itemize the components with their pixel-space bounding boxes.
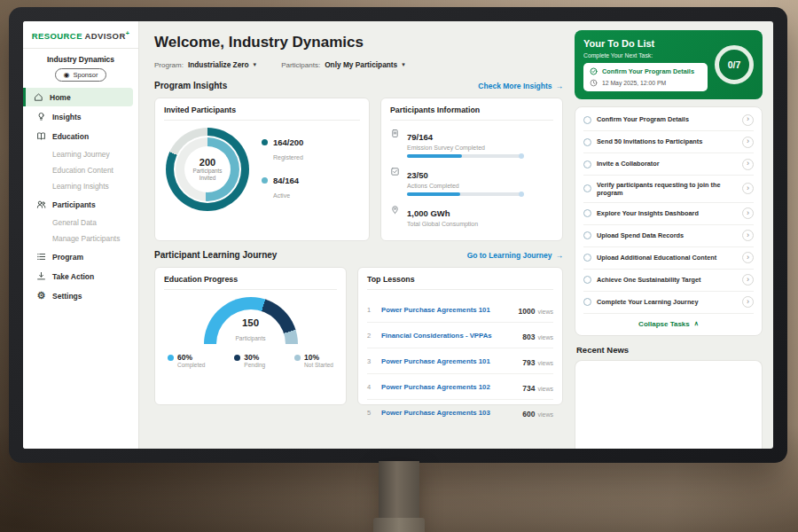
- collapse-tasks-button[interactable]: Collapse Tasks ∧: [583, 314, 754, 333]
- org-name: Industry Dynamics: [23, 55, 138, 64]
- task-checkbox[interactable]: [583, 184, 591, 192]
- sponsor-badge[interactable]: ◉ Sponsor: [55, 68, 107, 82]
- todo-progress-ring: 0/7: [715, 45, 754, 84]
- program-select-label: Program:: [154, 61, 184, 69]
- lesson-link[interactable]: Financial Considerations - VPPAs: [381, 332, 515, 340]
- learning-cards-row: Education Progress 150 Participants 60%: [154, 267, 563, 405]
- page-title: Welcome, Industry Dynamics: [154, 34, 563, 51]
- sidebar-item-take-action[interactable]: Take Action: [23, 267, 133, 286]
- clipboard-icon: [390, 129, 400, 138]
- todo-item[interactable]: Upload Spend Data Records ›: [583, 225, 754, 247]
- sidebar: RESOURCE ADVISOR+ Industry Dynamics ◉ Sp…: [23, 21, 139, 449]
- sidebar-item-participants[interactable]: Participants: [23, 195, 133, 214]
- sidebar-item-label: Participants: [52, 200, 96, 209]
- check-more-insights-link[interactable]: Check More Insights →: [478, 82, 563, 90]
- logo-resource: RESOURCE: [32, 31, 82, 41]
- lesson-row: 1 Power Purchase Agreements 101 1000view…: [367, 297, 553, 323]
- chevron-up-icon: ∧: [694, 320, 699, 327]
- todo-item[interactable]: Confirm Your Program Details ›: [583, 109, 754, 131]
- task-checkbox[interactable]: [583, 231, 591, 239]
- card-title: Invited Participants: [164, 106, 360, 121]
- book-icon: [36, 131, 46, 141]
- sidebar-item-label: Insights: [52, 113, 82, 121]
- actions-completed-progress-bar: [407, 192, 522, 196]
- legend-completed: 60% Completed: [168, 353, 205, 368]
- divider: [23, 48, 138, 49]
- lesson-link[interactable]: Power Purchase Agreements 102: [381, 383, 515, 391]
- filter-bar: Program: Industrialize Zero ▾ Participan…: [154, 60, 563, 69]
- check-circle-icon: [590, 67, 598, 75]
- program-insights-header: Program Insights Check More Insights →: [154, 81, 563, 90]
- app-logo: RESOURCE ADVISOR+: [23, 30, 138, 41]
- chevron-right-icon[interactable]: ›: [742, 137, 754, 148]
- monitor-stand: [379, 461, 419, 532]
- sponsor-icon: ◉: [64, 72, 70, 79]
- gauge-center: 150 Participants: [204, 318, 298, 345]
- sidebar-item-education-content[interactable]: Education Content: [23, 162, 138, 178]
- todo-item[interactable]: Invite a Collaborator ›: [583, 153, 754, 176]
- sidebar-item-label: Education: [52, 132, 89, 141]
- todo-item[interactable]: Upload Additional Educational Content ›: [583, 247, 754, 270]
- donut-legend: 164/200 Registered 84/164 Active: [262, 137, 303, 202]
- arrow-right-icon: →: [556, 82, 564, 90]
- task-checkbox[interactable]: [583, 209, 591, 217]
- sidebar-item-learning-insights[interactable]: Learning Insights: [23, 178, 138, 194]
- todo-item[interactable]: Achieve One Sustainability Target ›: [583, 270, 754, 292]
- go-to-learning-journey-link[interactable]: Go to Learning Journey →: [467, 251, 563, 260]
- chevron-right-icon[interactable]: ›: [742, 207, 754, 219]
- home-icon: [34, 92, 43, 102]
- chevron-right-icon[interactable]: ›: [742, 274, 754, 286]
- chevron-right-icon[interactable]: ›: [742, 159, 754, 170]
- program-select[interactable]: Program: Industrialize Zero ▾: [154, 60, 256, 69]
- photo-background: RESOURCE ADVISOR+ Industry Dynamics ◉ Sp…: [0, 0, 798, 532]
- todo-item[interactable]: Send 50 Invitations to Participants ›: [583, 131, 754, 153]
- legend-pending: 30% Pending: [234, 353, 265, 368]
- lesson-row: 4 Power Purchase Agreements 102 734views: [367, 374, 553, 400]
- chevron-right-icon[interactable]: ›: [742, 252, 754, 263]
- participants-select-value: Only My Participants: [325, 60, 397, 69]
- next-task-box[interactable]: Confirm Your Program Details 12 May 2025…: [583, 63, 708, 91]
- gauge-legend: 60% Completed 30% Pending 10% Not Starte…: [164, 346, 337, 368]
- lesson-row: 2 Financial Considerations - VPPAs 803vi…: [367, 323, 553, 348]
- sidebar-item-insights[interactable]: Insights: [23, 107, 133, 126]
- sidebar-item-education[interactable]: Education: [23, 127, 133, 145]
- chevron-right-icon[interactable]: ›: [742, 230, 754, 241]
- lesson-row: 5 Power Purchase Agreements 103 600views: [367, 400, 553, 425]
- sidebar-item-label: Program: [52, 253, 83, 262]
- chevron-right-icon[interactable]: ›: [742, 183, 754, 194]
- todo-item[interactable]: Verify participants requesting to join t…: [583, 176, 754, 203]
- arrow-right-icon: →: [556, 251, 564, 260]
- task-checkbox[interactable]: [583, 138, 591, 146]
- location-pin-icon: [390, 205, 400, 215]
- legend-registered: 164/200 Registered: [262, 137, 303, 163]
- download-arrow-icon: [36, 271, 46, 281]
- sidebar-item-general-data[interactable]: General Data: [23, 215, 138, 231]
- lesson-link[interactable]: Power Purchase Agreements 101: [381, 306, 512, 314]
- chevron-right-icon[interactable]: ›: [742, 296, 754, 308]
- sidebar-item-learning-journey[interactable]: Learning Journey: [23, 146, 138, 162]
- task-checkbox[interactable]: [583, 254, 591, 262]
- task-checkbox[interactable]: [583, 160, 591, 168]
- lesson-link[interactable]: Power Purchase Agreements 103: [381, 409, 515, 417]
- clock-icon: [590, 79, 598, 87]
- chevron-down-icon: ▾: [254, 61, 257, 68]
- education-progress-gauge-chart: 150 Participants: [204, 297, 298, 344]
- stat-actions-completed: 23/50 Actions Completed: [390, 166, 553, 196]
- sidebar-item-home[interactable]: Home: [23, 88, 133, 106]
- insights-cards-row: Invited Participants 200 Participants In…: [154, 98, 563, 241]
- sidebar-item-label: Home: [50, 93, 71, 102]
- todo-item[interactable]: Explore Your Insights Dashboard ›: [583, 203, 754, 225]
- chevron-right-icon[interactable]: ›: [742, 114, 754, 126]
- emission-survey-progress-bar: [407, 154, 522, 158]
- sidebar-item-settings[interactable]: ⚙ Settings: [23, 286, 133, 305]
- sidebar-item-manage-participants[interactable]: Manage Participants: [23, 231, 138, 246]
- todo-item[interactable]: Complete Your Learning Journey ›: [583, 292, 754, 314]
- sidebar-item-program[interactable]: Program: [23, 247, 133, 266]
- chevron-down-icon: ▾: [402, 61, 405, 68]
- task-checkbox[interactable]: [583, 116, 591, 124]
- task-checkbox[interactable]: [583, 276, 591, 284]
- task-checkbox[interactable]: [583, 298, 591, 306]
- participants-select[interactable]: Participants: Only My Participants ▾: [281, 60, 405, 69]
- todo-subtitle: Complete Your Next Task:: [583, 52, 708, 59]
- lesson-link[interactable]: Power Purchase Agreements 101: [381, 357, 515, 365]
